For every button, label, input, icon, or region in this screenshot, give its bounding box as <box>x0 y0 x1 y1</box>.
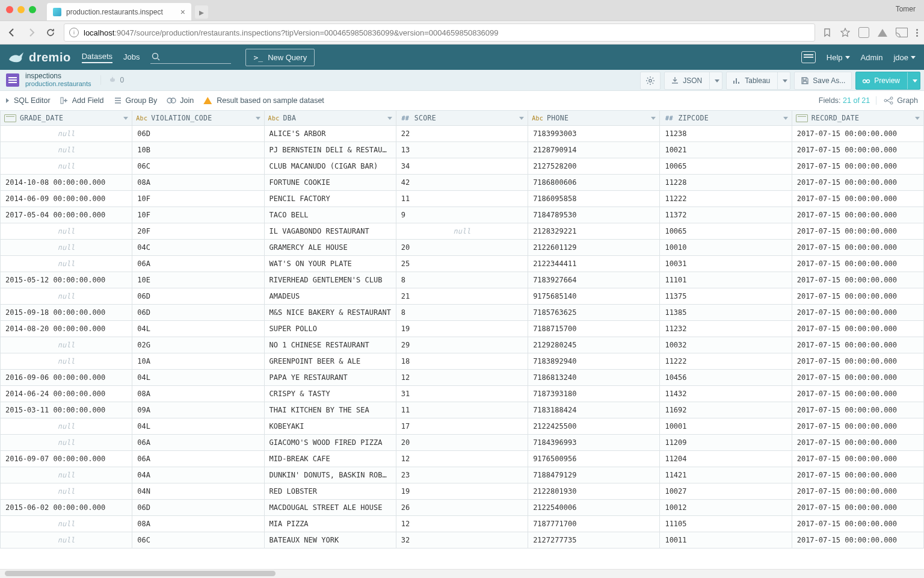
cell-record_date[interactable]: 2017-07-15 00:00:00.000 <box>792 451 923 467</box>
cell-phone[interactable]: 7186813240 <box>528 370 660 386</box>
table-row[interactable]: null10AGREENPOINT BEER & ALE187183892940… <box>1 353 924 370</box>
cell-score[interactable]: 8 <box>396 305 528 321</box>
table-row[interactable]: 2015-09-18 00:00:00.00006DM&S NICE BAKER… <box>1 305 924 321</box>
cell-dba[interactable]: RIVERHEAD GENTLEMEN'S CLUB <box>264 272 396 288</box>
cell-dba[interactable]: SUPER POLLO <box>264 321 396 337</box>
table-row[interactable]: 2015-06-02 00:00:00.00006DMACDOUGAL STRE… <box>1 500 924 516</box>
chevron-down-icon[interactable] <box>519 117 524 120</box>
cell-violation_code[interactable]: 06D <box>132 126 264 142</box>
cell-violation_code[interactable]: 04C <box>132 240 264 256</box>
cell-zipcode[interactable]: 11421 <box>660 467 792 483</box>
cell-score[interactable]: 29 <box>396 337 528 353</box>
new-tab-button[interactable]: ▸ <box>195 5 208 19</box>
cell-violation_code[interactable]: 06A <box>132 435 264 451</box>
cell-score[interactable]: 11 <box>396 402 528 418</box>
cell-score[interactable]: 23 <box>396 467 528 483</box>
cell-phone[interactable]: 7184789530 <box>528 207 660 223</box>
table-row[interactable]: null06CCLUB MACANUDO (CIGAR BAR)34212752… <box>1 158 924 175</box>
table-row[interactable]: 2014-06-24 00:00:00.00008ACRISPY & TASTY… <box>1 386 924 402</box>
cell-record_date[interactable]: 2017-07-15 00:00:00.000 <box>792 207 923 223</box>
chevron-down-icon[interactable] <box>651 117 656 120</box>
column-header-dba[interactable]: AbcDBA <box>264 111 396 126</box>
cell-score[interactable]: null <box>396 223 528 240</box>
cell-zipcode[interactable]: 11692 <box>660 402 792 418</box>
nav-admin[interactable]: Admin <box>861 53 883 62</box>
cell-record_date[interactable]: 2017-07-15 00:00:00.000 <box>792 353 923 370</box>
cell-phone[interactable]: 2128329221 <box>528 223 660 240</box>
cell-score[interactable]: 22 <box>396 126 528 142</box>
cell-violation_code[interactable]: 04A <box>132 467 264 483</box>
fields-count[interactable]: 21 of 21 <box>843 96 870 105</box>
download-json-button[interactable]: JSON <box>664 72 722 90</box>
cell-grade_date[interactable]: 2014-08-20 00:00:00.000 <box>1 321 132 337</box>
table-row[interactable]: null04CGRAMERCY ALE HOUSE202122601129100… <box>1 240 924 256</box>
cell-score[interactable]: 26 <box>396 500 528 516</box>
cell-score[interactable]: 32 <box>396 532 528 548</box>
cell-dba[interactable]: GIACOMO'S WOOD FIRED PIZZA <box>264 435 396 451</box>
forward-button[interactable] <box>25 26 37 39</box>
cell-grade_date[interactable]: 2014-10-08 00:00:00.000 <box>1 175 132 191</box>
cell-dba[interactable]: M&S NICE BAKERY & RESTAURANT <box>264 305 396 321</box>
cell-violation_code[interactable]: 06D <box>132 288 264 305</box>
cell-zipcode[interactable]: 11432 <box>660 386 792 402</box>
table-row[interactable]: null06AGIACOMO'S WOOD FIRED PIZZA2071843… <box>1 435 924 451</box>
extension-icon[interactable] <box>858 27 869 38</box>
cell-grade_date[interactable]: null <box>1 337 132 353</box>
cast-icon[interactable] <box>896 28 908 37</box>
cell-grade_date[interactable]: null <box>1 418 132 435</box>
table-row[interactable]: 2015-05-12 00:00:00.00010ERIVERHEAD GENT… <box>1 272 924 288</box>
cell-grade_date[interactable]: null <box>1 483 132 500</box>
cell-score[interactable]: 13 <box>396 142 528 158</box>
cell-record_date[interactable]: 2017-07-15 00:00:00.000 <box>792 402 923 418</box>
cell-zipcode[interactable]: 10065 <box>660 158 792 175</box>
reflection-counter[interactable]: 0 <box>100 75 124 85</box>
preview-button[interactable]: Preview <box>855 72 920 90</box>
cell-dba[interactable]: NO 1 CHINESE RESTAURANT <box>264 337 396 353</box>
column-header-phone[interactable]: AbcPHONE <box>528 111 660 126</box>
cell-violation_code[interactable]: 08A <box>132 175 264 191</box>
cell-dba[interactable]: GREENPOINT BEER & ALE <box>264 353 396 370</box>
cell-grade_date[interactable]: null <box>1 126 132 142</box>
chevron-down-icon[interactable] <box>915 117 920 120</box>
cell-record_date[interactable]: 2017-07-15 00:00:00.000 <box>792 305 923 321</box>
cell-phone[interactable]: 7185763625 <box>528 305 660 321</box>
cell-phone[interactable]: 7187771700 <box>528 516 660 532</box>
cell-zipcode[interactable]: 10032 <box>660 337 792 353</box>
cell-grade_date[interactable]: null <box>1 532 132 548</box>
cell-zipcode[interactable]: 11375 <box>660 288 792 305</box>
user-menu[interactable]: jdoe <box>893 53 916 62</box>
cell-grade_date[interactable]: null <box>1 158 132 175</box>
cell-score[interactable]: 19 <box>396 483 528 500</box>
close-tab-icon[interactable]: × <box>180 7 185 17</box>
cell-dba[interactable]: FORTUNE COOKIE <box>264 175 396 191</box>
cell-dba[interactable]: GRAMERCY ALE HOUSE <box>264 240 396 256</box>
cell-dba[interactable]: CLUB MACANUDO (CIGAR BAR) <box>264 158 396 175</box>
chevron-down-icon[interactable] <box>123 117 128 120</box>
cell-zipcode[interactable]: 11105 <box>660 516 792 532</box>
cell-record_date[interactable]: 2017-07-15 00:00:00.000 <box>792 370 923 386</box>
cell-dba[interactable]: CRISPY & TASTY <box>264 386 396 402</box>
browser-menu-icon[interactable] <box>916 29 918 37</box>
cell-dba[interactable]: MIA PIZZA <box>264 516 396 532</box>
messages-icon[interactable] <box>801 51 816 63</box>
cell-phone[interactable]: 7188715700 <box>528 321 660 337</box>
table-row[interactable]: null06DAMADEUS219175685140113752017-07-1… <box>1 288 924 305</box>
sql-editor-button[interactable]: SQL Editor <box>6 96 51 105</box>
cell-violation_code[interactable]: 08A <box>132 516 264 532</box>
cell-violation_code[interactable]: 04N <box>132 483 264 500</box>
cell-zipcode[interactable]: 10011 <box>660 532 792 548</box>
cell-dba[interactable]: PENCIL FACTORY <box>264 191 396 207</box>
cell-record_date[interactable]: 2017-07-15 00:00:00.000 <box>792 386 923 402</box>
cell-phone[interactable]: 9175685140 <box>528 288 660 305</box>
cell-grade_date[interactable]: null <box>1 240 132 256</box>
table-row[interactable]: null04ADUNKIN' DONUTS, BASKIN ROBBINS237… <box>1 467 924 483</box>
cell-score[interactable]: 21 <box>396 288 528 305</box>
cell-phone[interactable]: 2128790914 <box>528 142 660 158</box>
cell-grade_date[interactable]: 2014-06-24 00:00:00.000 <box>1 386 132 402</box>
cell-grade_date[interactable]: null <box>1 435 132 451</box>
cell-record_date[interactable]: 2017-07-15 00:00:00.000 <box>792 240 923 256</box>
cell-violation_code[interactable]: 10A <box>132 353 264 370</box>
cell-zipcode[interactable]: 10010 <box>660 240 792 256</box>
cell-zipcode[interactable]: 11238 <box>660 126 792 142</box>
cell-dba[interactable]: PAPA YE RESTAURANT <box>264 370 396 386</box>
